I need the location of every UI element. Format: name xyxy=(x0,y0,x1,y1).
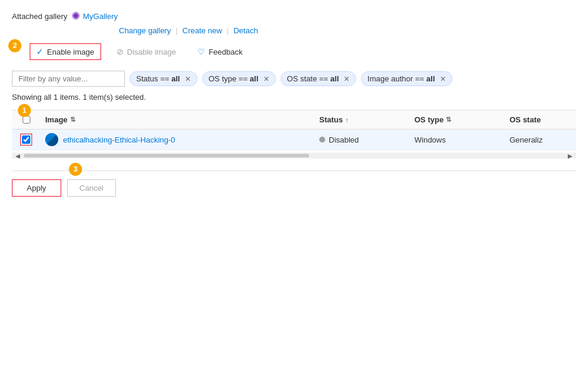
action-links-row: Change gallery | Create new | Detach xyxy=(119,26,576,35)
status-cell: Disabled xyxy=(315,135,410,144)
step1-badge: 1 xyxy=(18,104,31,117)
divider-1: | xyxy=(175,26,177,35)
bottom-row: 3 Apply Cancel xyxy=(12,179,576,197)
image-type-icon xyxy=(45,133,58,146)
enable-image-label: Enable image xyxy=(47,48,95,56)
change-gallery-link[interactable]: Change gallery xyxy=(119,26,171,35)
feedback-label: Feedback xyxy=(209,48,243,56)
osstate-header-label: OS state xyxy=(510,115,541,124)
gallery-top-row: Attached gallery ✺ MyGallery xyxy=(12,10,576,23)
status-filter-label: Status == all xyxy=(136,74,180,83)
imageauthor-filter-tag: Image author == all ✕ xyxy=(361,71,452,86)
cancel-button[interactable]: Cancel xyxy=(67,179,116,197)
scroll-right-arrow[interactable]: ▶ xyxy=(565,153,575,159)
ostype-cell: Windows xyxy=(410,135,505,144)
step2-badge: 2 xyxy=(8,39,21,52)
divider-2: | xyxy=(227,26,228,35)
toolbar-row: 2 ✓ Enable image ⊘ Disable image ♡ Feedb… xyxy=(12,43,576,60)
header-osstate: OS state xyxy=(505,115,576,124)
table-header: Image ⇅ Status ↑ OS type ⇅ OS state xyxy=(12,110,576,129)
header-checkbox-cell xyxy=(12,116,40,124)
osstate-cell: Generaliz xyxy=(505,135,576,144)
image-cell: ethicalhacking-Ethical-Hacking-0 xyxy=(40,133,315,146)
row-checkbox-outline xyxy=(20,134,32,146)
gallery-name[interactable]: MyGallery xyxy=(83,12,118,21)
ostype-filter-tag: OS type == all ✕ xyxy=(202,71,276,86)
gallery-icon: ✺ xyxy=(71,10,80,23)
status-filter-close[interactable]: ✕ xyxy=(185,75,191,83)
ostype-filter-label: OS type == all xyxy=(209,74,259,83)
disable-icon: ⊘ xyxy=(117,47,124,56)
ostype-value: Windows xyxy=(414,135,446,144)
enable-image-button[interactable]: ✓ Enable image xyxy=(30,43,101,60)
image-name[interactable]: ethicalhacking-Ethical-Hacking-0 xyxy=(63,135,175,144)
header-ostype: OS type ⇅ xyxy=(410,115,505,124)
ostype-filter-close[interactable]: ✕ xyxy=(263,75,269,83)
ostype-sort-icon[interactable]: ⇅ xyxy=(446,116,451,124)
scrollbar-thumb[interactable] xyxy=(24,154,309,157)
table-wrapper: 1 Image ⇅ Status ↑ OS type ⇅ OS state xyxy=(12,110,576,159)
table-row: ethicalhacking-Ethical-Hacking-0 Disable… xyxy=(12,129,576,150)
image-sort-icon[interactable]: ⇅ xyxy=(70,116,76,124)
scroll-left-arrow[interactable]: ◀ xyxy=(13,153,23,159)
filter-row: Status == all ✕ OS type == all ✕ OS stat… xyxy=(12,71,576,87)
showing-row: Showing all 1 items. 1 item(s) selected. xyxy=(12,93,576,102)
status-dot xyxy=(319,137,325,143)
attached-gallery-label: Attached gallery xyxy=(12,12,67,21)
horizontal-scrollbar[interactable]: ◀ ▶ xyxy=(12,153,576,159)
status-value: Disabled xyxy=(329,135,359,144)
osstate-value: Generaliz xyxy=(510,135,543,144)
row-checkbox[interactable] xyxy=(22,135,30,144)
row-checkbox-cell xyxy=(12,134,40,146)
feedback-button[interactable]: ♡ Feedback xyxy=(191,44,249,59)
disable-image-label: Disable image xyxy=(127,48,176,56)
osstate-filter-label: OS state == all xyxy=(287,74,339,83)
status-filter-tag: Status == all ✕ xyxy=(130,71,197,86)
detach-link[interactable]: Detach xyxy=(234,26,258,35)
header-image: Image ⇅ xyxy=(40,115,315,124)
ostype-header-label: OS type xyxy=(414,115,444,124)
header-status: Status ↑ xyxy=(315,115,410,124)
imageauthor-filter-label: Image author == all xyxy=(367,74,435,83)
disable-image-button[interactable]: ⊘ Disable image xyxy=(111,44,182,59)
imageauthor-filter-close[interactable]: ✕ xyxy=(440,75,446,83)
create-new-link[interactable]: Create new xyxy=(183,26,222,35)
status-sort-icon[interactable]: ↑ xyxy=(345,116,349,124)
osstate-filter-close[interactable]: ✕ xyxy=(344,75,350,83)
apply-button[interactable]: Apply xyxy=(12,179,61,197)
image-header-label: Image xyxy=(45,115,68,124)
page-container: Attached gallery ✺ MyGallery Change gall… xyxy=(0,0,588,206)
osstate-filter-tag: OS state == all ✕ xyxy=(281,71,356,86)
status-header-label: Status xyxy=(319,115,343,124)
heart-icon: ♡ xyxy=(197,47,205,56)
check-icon: ✓ xyxy=(36,47,43,56)
step3-badge: 3 xyxy=(69,163,82,176)
filter-input[interactable] xyxy=(12,71,125,87)
section-divider xyxy=(12,170,576,171)
